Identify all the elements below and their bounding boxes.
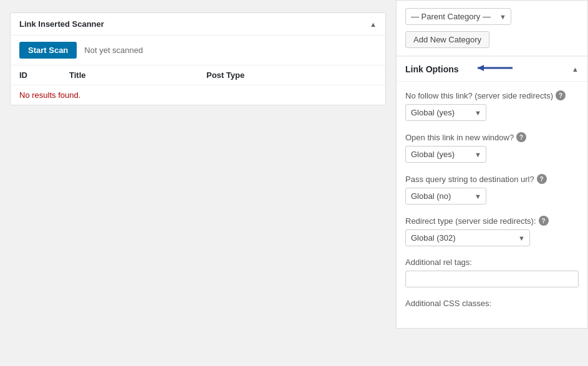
new-window-label-text: Open this link in new window?	[405, 133, 514, 142]
option-group-query-string: Pass query string to destination url? ? …	[405, 174, 579, 205]
option-label-nofollow: No follow this link? (server side redire…	[405, 90, 579, 100]
link-options-collapse-icon[interactable]: ▲	[572, 65, 579, 73]
nofollow-select-wrapper: Global (yes) Global (no) Yes No ▼	[405, 104, 486, 121]
link-options-header: Link Options ▲	[397, 57, 587, 82]
option-group-new-window: Open this link in new window? ? Global (…	[405, 132, 579, 163]
parent-category-select-wrapper: — Parent Category — ▼	[405, 8, 511, 25]
nofollow-select[interactable]: Global (yes) Global (no) Yes No	[405, 104, 486, 121]
scanner-header: Link Inserted Scanner ▲	[11, 13, 385, 36]
table-header-row: ID Title Post Type	[11, 65, 385, 85]
scanner-collapse-icon[interactable]: ▲	[370, 21, 377, 28]
option-label-redirect-type: Redirect type (server side redirects): ?	[405, 216, 579, 226]
css-classes-label-text: Additional CSS classes:	[405, 299, 491, 308]
col-id: ID	[11, 65, 60, 85]
link-options-section: Link Options ▲	[397, 56, 587, 328]
right-inner: — Parent Category — ▼ Add New Category L…	[396, 0, 588, 329]
redirect-type-help-icon[interactable]: ?	[539, 216, 549, 226]
query-string-select[interactable]: Global (no) Global (yes) Yes No	[405, 188, 486, 205]
scan-status-text: Not yet scanned	[84, 46, 143, 55]
link-options-title-row: Link Options	[405, 63, 513, 75]
rel-tags-label-text: Additional rel tags:	[405, 258, 472, 267]
no-results-text: No results found.	[19, 90, 80, 100]
option-label-query-string: Pass query string to destination url? ?	[405, 174, 579, 184]
option-group-redirect-type: Redirect type (server side redirects): ?…	[405, 216, 579, 246]
option-group-rel-tags: Additional rel tags:	[405, 258, 579, 287]
table-row: No results found.	[11, 85, 385, 105]
scanner-title: Link Inserted Scanner	[19, 19, 104, 29]
redirect-type-select[interactable]: Global (302) Global (301) 301 302 307	[405, 229, 530, 246]
scanner-table: ID Title Post Type No results found.	[11, 65, 385, 105]
option-label-new-window: Open this link in new window? ?	[405, 132, 579, 142]
col-title: Title	[60, 65, 198, 85]
no-results-cell: No results found.	[11, 85, 385, 105]
scanner-box: Link Inserted Scanner ▲ Start Scan Not y…	[10, 12, 386, 105]
scanner-toolbar: Start Scan Not yet scanned	[11, 36, 385, 65]
option-label-css-classes: Additional CSS classes:	[405, 299, 579, 308]
nofollow-help-icon[interactable]: ?	[556, 90, 566, 100]
option-group-css-classes: Additional CSS classes:	[405, 299, 579, 308]
link-options-title: Link Options	[405, 64, 459, 74]
nofollow-label-text: No follow this link? (server side redire…	[405, 91, 553, 100]
start-scan-button[interactable]: Start Scan	[19, 42, 77, 59]
right-panel: — Parent Category — ▼ Add New Category L…	[396, 0, 588, 366]
redirect-type-select-wrapper: Global (302) Global (301) 301 302 307 ▼	[405, 229, 530, 246]
col-post-type: Post Type	[198, 65, 385, 85]
new-window-select[interactable]: Global (yes) Global (no) Yes No	[405, 146, 486, 163]
left-panel: Link Inserted Scanner ▲ Start Scan Not y…	[0, 0, 396, 366]
svg-marker-1	[478, 65, 484, 71]
new-window-select-wrapper: Global (yes) Global (no) Yes No ▼	[405, 146, 486, 163]
query-string-help-icon[interactable]: ?	[537, 174, 547, 184]
add-new-category-button[interactable]: Add New Category	[405, 31, 489, 48]
blue-arrow-svg	[469, 63, 513, 73]
option-label-rel-tags: Additional rel tags:	[405, 258, 579, 267]
link-options-arrow-indicator	[469, 63, 513, 75]
link-options-body: No follow this link? (server side redire…	[397, 82, 587, 328]
query-string-select-wrapper: Global (no) Global (yes) Yes No ▼	[405, 188, 486, 205]
redirect-type-label-text: Redirect type (server side redirects):	[405, 216, 536, 226]
parent-category-section: — Parent Category — ▼ Add New Category	[397, 1, 587, 56]
query-string-label-text: Pass query string to destination url?	[405, 175, 534, 184]
parent-category-select[interactable]: — Parent Category —	[405, 8, 511, 25]
new-window-help-icon[interactable]: ?	[516, 132, 526, 142]
rel-tags-input[interactable]	[405, 271, 579, 287]
option-group-nofollow: No follow this link? (server side redire…	[405, 90, 579, 121]
